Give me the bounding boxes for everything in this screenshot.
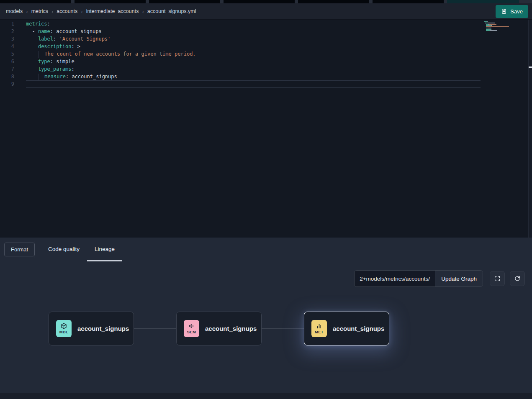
semantic-node-badge: SEM — [184, 320, 199, 337]
lineage-selector-input[interactable] — [355, 271, 435, 286]
panel-tab-row: Format Code qualityLineage — [0, 238, 532, 261]
lineage-toolbar: Update Graph — [354, 270, 525, 287]
line-number: 5 — [0, 50, 14, 58]
node-type-label: MET — [315, 330, 324, 334]
lineage-edge — [262, 328, 304, 329]
line-number: 9 — [0, 80, 14, 88]
node-name: account_signups — [205, 325, 257, 332]
fullscreen-button[interactable] — [490, 271, 505, 286]
node-name: account_signups — [333, 325, 384, 332]
save-button[interactable]: Save — [496, 5, 528, 18]
bar-chart-icon — [316, 323, 322, 329]
floppy-disk-icon — [501, 8, 507, 14]
footer-strip — [0, 393, 532, 399]
lineage-node-metric[interactable]: MET account_signups — [304, 312, 389, 345]
breadcrumb-item[interactable]: accounts — [57, 8, 77, 14]
window-tab[interactable] — [149, 0, 220, 3]
code-line[interactable]: 3 label: 'Account Signups' — [0, 35, 532, 43]
code-line[interactable]: 9 — [0, 80, 532, 88]
save-button-label: Save — [510, 8, 523, 15]
panel-tabs: Code qualityLineage — [41, 238, 122, 261]
line-number: 1 — [0, 20, 14, 28]
breadcrumb: models›metrics›accounts›intermediate_acc… — [6, 8, 196, 15]
metric-node-badge: MET — [311, 320, 327, 337]
scrollbar-marker — [529, 66, 532, 68]
refresh-icon — [514, 275, 521, 282]
chevron-separator-icon: › — [81, 8, 82, 15]
vertical-divider — [34, 241, 34, 258]
window-tab[interactable] — [0, 0, 71, 3]
window-tab[interactable] — [224, 0, 295, 3]
chevron-separator-icon: › — [26, 8, 28, 15]
minimap[interactable] — [484, 21, 510, 33]
breadcrumb-item[interactable]: metrics — [31, 8, 48, 14]
fullscreen-icon — [494, 275, 501, 282]
line-number: 3 — [0, 35, 14, 43]
chevron-separator-icon: › — [142, 8, 144, 15]
tab-lineage[interactable]: Lineage — [87, 238, 122, 261]
breadcrumb-item[interactable]: account_signups.yml — [147, 8, 196, 14]
line-number: 7 — [0, 65, 14, 73]
breadcrumb-item[interactable]: models — [6, 8, 23, 14]
lineage-selector-group: Update Graph — [354, 270, 483, 287]
node-type-label: SEM — [187, 330, 196, 334]
editor-scrollbar[interactable] — [528, 20, 532, 238]
refresh-button[interactable] — [510, 271, 525, 286]
line-number: 8 — [0, 73, 14, 80]
code-line[interactable]: 1metrics: — [0, 20, 532, 28]
window-tab[interactable] — [447, 0, 519, 3]
breadcrumb-bar: models›metrics›accounts›intermediate_acc… — [0, 3, 532, 20]
line-number: 4 — [0, 43, 14, 50]
update-graph-button[interactable]: Update Graph — [435, 271, 483, 286]
node-name: account_signups — [77, 325, 129, 332]
code-line[interactable]: 6 type: simple — [0, 58, 532, 65]
node-type-label: MDL — [59, 330, 68, 334]
tab-code-quality[interactable]: Code quality — [41, 238, 87, 261]
bottom-panel: Format Code qualityLineage Update Graph — [0, 238, 532, 393]
code-lines: 1metrics:2 - name: account_signups3 labe… — [0, 20, 532, 88]
window-tab[interactable] — [298, 0, 369, 3]
breadcrumb-item[interactable]: intermediate_accounts — [86, 8, 139, 14]
window-tab[interactable] — [75, 0, 146, 3]
code-line[interactable]: 4 description: > — [0, 43, 532, 50]
code-line[interactable]: 5 The count of new accounts for a given … — [0, 50, 532, 58]
ide-window: models›metrics›accounts›intermediate_acc… — [0, 0, 532, 399]
cube-icon — [61, 323, 67, 329]
model-node-badge: MDL — [56, 320, 72, 337]
line-number: 2 — [0, 28, 14, 35]
chevron-separator-icon: › — [51, 8, 53, 15]
code-line[interactable]: 2 - name: account_signups — [0, 28, 532, 35]
lineage-node-semantic-model[interactable]: SEM account_signups — [176, 312, 262, 345]
code-line[interactable]: 7 type_params: — [0, 65, 532, 73]
lineage-node-model[interactable]: MDL account_signups — [49, 312, 134, 345]
code-editor[interactable]: 1metrics:2 - name: account_signups3 labe… — [0, 20, 532, 238]
window-tab-strip — [0, 0, 532, 3]
window-tab[interactable] — [373, 0, 444, 3]
code-line[interactable]: 8 measure: account_signups — [0, 73, 532, 80]
line-number: 6 — [0, 58, 14, 65]
format-button[interactable]: Format — [4, 243, 35, 256]
megaphone-icon — [188, 323, 195, 329]
lineage-edge — [134, 328, 177, 329]
